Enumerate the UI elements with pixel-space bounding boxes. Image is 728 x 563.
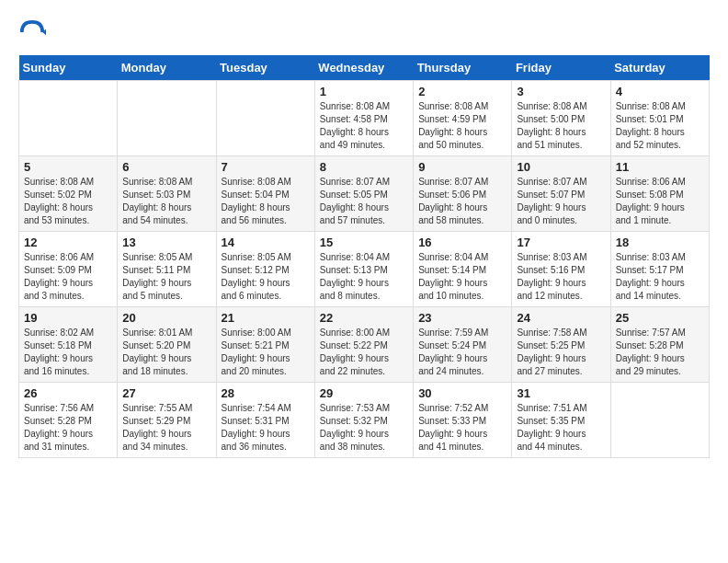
day-number: 6 [122,160,210,174]
calendar-cell: 9Sunrise: 8:07 AM Sunset: 5:06 PM Daylig… [414,156,512,232]
day-info: Sunrise: 8:03 AM Sunset: 5:17 PM Dayligh… [616,251,704,303]
calendar-cell: 7Sunrise: 8:08 AM Sunset: 5:04 PM Daylig… [216,156,314,232]
day-number: 8 [320,160,408,174]
day-info: Sunrise: 8:08 AM Sunset: 4:59 PM Dayligh… [418,100,506,152]
day-info: Sunrise: 8:04 AM Sunset: 5:14 PM Dayligh… [418,251,506,303]
day-header-monday: Monday [118,55,216,81]
day-header-tuesday: Tuesday [216,55,314,81]
day-info: Sunrise: 8:06 AM Sunset: 5:09 PM Dayligh… [24,251,112,303]
calendar-cell: 26Sunrise: 7:56 AM Sunset: 5:28 PM Dayli… [19,383,118,458]
day-info: Sunrise: 8:00 AM Sunset: 5:21 PM Dayligh… [222,327,310,378]
week-row-5: 26Sunrise: 7:56 AM Sunset: 5:28 PM Dayli… [19,383,710,458]
calendar-cell: 24Sunrise: 7:58 AM Sunset: 5:25 PM Dayli… [512,307,610,383]
day-number: 29 [320,386,408,400]
day-header-wednesday: Wednesday [314,55,413,81]
day-info: Sunrise: 7:59 AM Sunset: 5:24 PM Dayligh… [418,327,506,378]
day-info: Sunrise: 8:08 AM Sunset: 5:01 PM Dayligh… [616,100,704,152]
calendar-cell: 30Sunrise: 7:52 AM Sunset: 5:33 PM Dayli… [414,383,512,458]
day-header-sunday: Sunday [19,55,118,81]
day-info: Sunrise: 7:56 AM Sunset: 5:28 PM Dayligh… [24,402,112,454]
calendar-cell: 27Sunrise: 7:55 AM Sunset: 5:29 PM Dayli… [118,383,216,458]
day-info: Sunrise: 8:02 AM Sunset: 5:18 PM Dayligh… [24,327,112,378]
day-header-thursday: Thursday [414,55,512,81]
calendar-cell: 6Sunrise: 8:08 AM Sunset: 5:03 PM Daylig… [118,156,216,232]
calendar-cell: 23Sunrise: 7:59 AM Sunset: 5:24 PM Dayli… [414,307,512,383]
day-number: 12 [24,236,112,249]
day-number: 25 [616,311,704,325]
day-info: Sunrise: 8:03 AM Sunset: 5:16 PM Dayligh… [517,251,605,303]
calendar-cell: 17Sunrise: 8:03 AM Sunset: 5:16 PM Dayli… [512,232,610,307]
calendar-cell: 5Sunrise: 8:08 AM Sunset: 5:02 PM Daylig… [19,156,118,232]
day-info: Sunrise: 8:07 AM Sunset: 5:05 PM Dayligh… [320,176,408,227]
calendar-cell: 21Sunrise: 8:00 AM Sunset: 5:21 PM Dayli… [216,307,314,383]
day-number: 21 [222,311,310,325]
day-number: 5 [24,160,112,174]
day-number: 4 [616,85,704,98]
day-info: Sunrise: 7:53 AM Sunset: 5:32 PM Dayligh… [320,402,408,454]
calendar-cell: 22Sunrise: 8:00 AM Sunset: 5:22 PM Dayli… [314,307,413,383]
day-number: 30 [418,386,506,400]
day-info: Sunrise: 8:07 AM Sunset: 5:06 PM Dayligh… [418,176,506,227]
day-info: Sunrise: 8:07 AM Sunset: 5:07 PM Dayligh… [517,176,605,227]
calendar-cell: 31Sunrise: 7:51 AM Sunset: 5:35 PM Dayli… [512,383,610,458]
day-number: 10 [517,160,605,174]
calendar-cell: 12Sunrise: 8:06 AM Sunset: 5:09 PM Dayli… [19,232,118,307]
calendar-cell: 10Sunrise: 8:07 AM Sunset: 5:07 PM Dayli… [512,156,610,232]
days-of-week-row: SundayMondayTuesdayWednesdayThursdayFrid… [19,55,710,81]
day-info: Sunrise: 7:54 AM Sunset: 5:31 PM Dayligh… [222,402,310,454]
calendar-cell: 2Sunrise: 8:08 AM Sunset: 4:59 PM Daylig… [414,81,512,156]
calendar-cell: 16Sunrise: 8:04 AM Sunset: 5:14 PM Dayli… [414,232,512,307]
day-info: Sunrise: 8:04 AM Sunset: 5:13 PM Dayligh… [320,251,408,303]
day-number: 15 [320,236,408,249]
day-info: Sunrise: 7:58 AM Sunset: 5:25 PM Dayligh… [517,327,605,378]
week-row-4: 19Sunrise: 8:02 AM Sunset: 5:18 PM Dayli… [19,307,710,383]
day-info: Sunrise: 8:08 AM Sunset: 5:03 PM Dayligh… [122,176,210,227]
day-info: Sunrise: 8:08 AM Sunset: 5:04 PM Dayligh… [222,176,310,227]
calendar-cell: 29Sunrise: 7:53 AM Sunset: 5:32 PM Dayli… [314,383,413,458]
day-header-friday: Friday [512,55,610,81]
day-number: 3 [517,85,605,98]
day-number: 18 [616,236,704,249]
day-number: 23 [418,311,506,325]
calendar-cell: 28Sunrise: 7:54 AM Sunset: 5:31 PM Dayli… [216,383,314,458]
day-info: Sunrise: 7:52 AM Sunset: 5:33 PM Dayligh… [418,402,506,454]
day-number: 11 [616,160,704,174]
calendar-cell: 11Sunrise: 8:06 AM Sunset: 5:08 PM Dayli… [610,156,709,232]
day-number: 28 [222,386,310,400]
calendar-table: SundayMondayTuesdayWednesdayThursdayFrid… [18,55,710,458]
day-info: Sunrise: 8:01 AM Sunset: 5:20 PM Dayligh… [122,327,210,378]
day-info: Sunrise: 7:51 AM Sunset: 5:35 PM Dayligh… [517,402,605,454]
day-info: Sunrise: 7:55 AM Sunset: 5:29 PM Dayligh… [122,402,210,454]
calendar-cell: 8Sunrise: 8:07 AM Sunset: 5:05 PM Daylig… [314,156,413,232]
day-number: 22 [320,311,408,325]
day-number: 1 [320,85,408,98]
page-header [18,18,710,46]
day-info: Sunrise: 8:08 AM Sunset: 5:02 PM Dayligh… [24,176,112,227]
calendar-cell: 1Sunrise: 8:08 AM Sunset: 4:58 PM Daylig… [314,81,413,156]
day-info: Sunrise: 8:06 AM Sunset: 5:08 PM Dayligh… [616,176,704,227]
week-row-2: 5Sunrise: 8:08 AM Sunset: 5:02 PM Daylig… [19,156,710,232]
day-number: 9 [418,160,506,174]
calendar-cell: 18Sunrise: 8:03 AM Sunset: 5:17 PM Dayli… [610,232,709,307]
day-number: 26 [24,386,112,400]
calendar-cell: 20Sunrise: 8:01 AM Sunset: 5:20 PM Dayli… [118,307,216,383]
day-info: Sunrise: 8:08 AM Sunset: 5:00 PM Dayligh… [517,100,605,152]
day-number: 24 [517,311,605,325]
day-number: 2 [418,85,506,98]
calendar-cell: 19Sunrise: 8:02 AM Sunset: 5:18 PM Dayli… [19,307,118,383]
day-number: 20 [122,311,210,325]
day-number: 19 [24,311,112,325]
day-number: 27 [122,386,210,400]
day-number: 14 [222,236,310,249]
day-number: 31 [517,386,605,400]
logo [18,18,50,46]
day-info: Sunrise: 8:00 AM Sunset: 5:22 PM Dayligh… [320,327,408,378]
calendar-cell: 15Sunrise: 8:04 AM Sunset: 5:13 PM Dayli… [314,232,413,307]
day-number: 13 [122,236,210,249]
calendar-cell [610,383,709,458]
day-info: Sunrise: 8:05 AM Sunset: 5:11 PM Dayligh… [122,251,210,303]
day-header-saturday: Saturday [610,55,709,81]
day-info: Sunrise: 8:08 AM Sunset: 4:58 PM Dayligh… [320,100,408,152]
calendar-cell [118,81,216,156]
day-number: 7 [222,160,310,174]
